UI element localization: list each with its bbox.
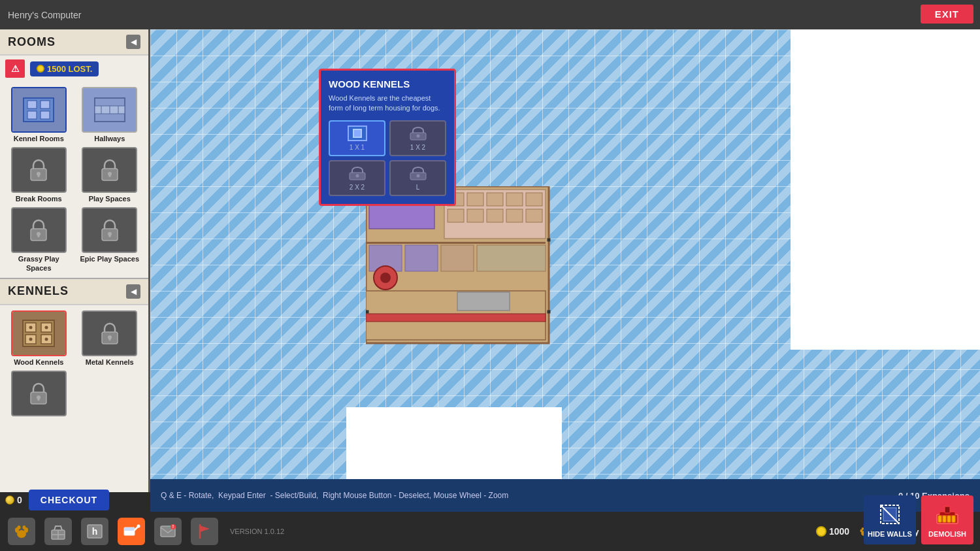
room-item-grassy-play[interactable]: Grassy Play Spaces — [5, 207, 73, 272]
popup-option-2x2[interactable]: 2 X 2 — [329, 160, 385, 196]
exit-button[interactable]: EXIT — [921, 5, 973, 24]
tab-hotel[interactable]: h — [81, 518, 108, 545]
svg-rect-81 — [952, 516, 955, 522]
blueprint-bg: WOOD KENNELS Wood Kennels are the cheape… — [150, 29, 980, 492]
room-item-kennel-rooms[interactable]: Kennel Rooms — [5, 87, 73, 143]
hide-walls-icon — [878, 503, 902, 526]
rooms-label: ROOMS — [8, 35, 56, 49]
room-label-epic: Epic Play Spaces — [80, 255, 140, 263]
svg-rect-51 — [506, 209, 523, 222]
lock-icon-break — [25, 157, 52, 183]
popup-option-L[interactable]: L — [389, 160, 446, 196]
wood-kennel-svg — [22, 319, 56, 348]
lock-icon-1x2 — [408, 125, 428, 141]
room-thumb-epic — [82, 207, 137, 253]
svg-rect-53 — [366, 242, 546, 244]
option-label-1x2: 1 X 2 — [410, 144, 425, 151]
build-icon — [122, 522, 140, 541]
svg-point-29 — [29, 337, 33, 341]
coin-icon-small — [37, 65, 44, 73]
room-label-grassy: Grassy Play Spaces — [5, 255, 73, 272]
checkout-button[interactable]: CHECKOUT — [29, 490, 109, 510]
tab-basket[interactable] — [44, 518, 72, 545]
svg-rect-33 — [108, 337, 110, 341]
demolish-icon — [936, 503, 959, 526]
main-area: ROOMS ◀ ⚠ 1500 LOST. — [0, 29, 980, 492]
controls-line1: Q & E - Rotate, Keypad Enter - Select/Bu… — [161, 491, 508, 500]
svg-rect-4 — [41, 111, 50, 119]
kennel-item-wood[interactable]: Wood Kennels — [5, 310, 73, 367]
option-label-L: L — [416, 184, 420, 191]
svg-text:h: h — [92, 526, 98, 537]
controls-bar: Q & E - Rotate, Keypad Enter - Select/Bu… — [150, 479, 980, 512]
coins-checkout-value: 0 — [17, 495, 22, 505]
coin-value: 1000 — [829, 526, 849, 537]
popup-options: 1 X 1 1 X 2 — [329, 120, 446, 196]
room-item-hallways[interactable]: Hallways — [76, 87, 144, 143]
popup-option-1x2[interactable]: 1 X 2 — [389, 120, 446, 156]
lock-icon-epic — [97, 217, 123, 243]
svg-rect-61 — [366, 314, 546, 322]
svg-rect-65 — [457, 292, 510, 310]
rooms-collapse-arrow[interactable]: ◀ — [126, 35, 140, 49]
wood-kennels-popup: WOOD KENNELS Wood Kennels are the cheape… — [319, 69, 456, 206]
kennel-item-metal[interactable]: Metal Kennels — [76, 310, 144, 367]
tab-flag[interactable] — [191, 518, 218, 545]
inbox-icon: ! — [159, 522, 177, 541]
svg-rect-21 — [108, 234, 110, 237]
hide-walls-button[interactable]: HIDE WALLS — [864, 495, 916, 544]
option-label-1x1: 1 X 1 — [350, 144, 365, 151]
svg-point-27 — [29, 326, 33, 329]
svg-rect-55 — [405, 245, 438, 271]
svg-point-71 — [416, 174, 419, 177]
coins-checkout-display: 0 — [5, 495, 22, 505]
svg-rect-1 — [27, 101, 37, 109]
svg-rect-64 — [366, 310, 368, 313]
option-preview-1x1 — [348, 125, 367, 141]
svg-rect-93 — [124, 527, 135, 531]
lock-icon-metal — [97, 320, 123, 346]
kennels-collapse-arrow[interactable]: ◀ — [126, 284, 140, 299]
tab-inbox[interactable]: ! — [154, 518, 182, 545]
kennel-label-metal: Metal Kennels — [86, 358, 134, 367]
svg-rect-57 — [477, 245, 546, 271]
svg-rect-12 — [38, 174, 40, 177]
room-thumb-wood — [11, 310, 67, 356]
option-label-2x2: 2 X 2 — [350, 184, 365, 191]
coin-stat: 1000 — [816, 526, 849, 537]
svg-point-69 — [355, 174, 359, 177]
kennel-icon — [12, 88, 65, 131]
svg-rect-47 — [526, 193, 542, 206]
kennels-grid: Wood Kennels Metal Kennels — [0, 305, 148, 424]
tab-paw[interactable] — [8, 518, 35, 545]
hallway-svg — [93, 97, 126, 123]
popup-option-1x1[interactable]: 1 X 1 — [329, 120, 385, 156]
svg-rect-63 — [547, 310, 550, 313]
kennel-item-extra[interactable] — [5, 371, 73, 418]
room-label-hallways: Hallways — [94, 135, 125, 143]
svg-point-67 — [416, 134, 419, 137]
lock-icon-grassy — [25, 217, 52, 243]
room-label-play: Play Spaces — [89, 195, 131, 203]
room-item-break-rooms[interactable]: Break Rooms — [5, 147, 73, 203]
svg-point-85 — [18, 526, 21, 529]
demolish-button[interactable]: DEMOLISH — [921, 495, 973, 544]
room-item-epic-play[interactable]: Epic Play Spaces — [76, 207, 144, 272]
svg-marker-100 — [200, 526, 210, 532]
svg-rect-77 — [945, 507, 950, 513]
basket-icon — [49, 522, 67, 541]
room-thumb-play — [82, 147, 137, 193]
popup-desc: Wood Kennels are the cheapest form of lo… — [329, 93, 446, 114]
paw-icon — [12, 522, 31, 541]
svg-rect-50 — [487, 209, 503, 222]
room-item-play-spaces[interactable]: Play Spaces — [76, 147, 144, 203]
version-text: VERSION 1.0.12 — [230, 527, 284, 535]
svg-point-30 — [45, 337, 48, 341]
svg-rect-95 — [137, 525, 140, 527]
svg-point-86 — [23, 526, 26, 529]
coin-icon-checkout — [5, 495, 14, 505]
tab-build[interactable] — [118, 518, 145, 545]
svg-rect-15 — [108, 174, 110, 177]
build-area[interactable]: WOOD KENNELS Wood Kennels are the cheape… — [150, 29, 980, 492]
hotel-icon: h — [86, 522, 104, 541]
